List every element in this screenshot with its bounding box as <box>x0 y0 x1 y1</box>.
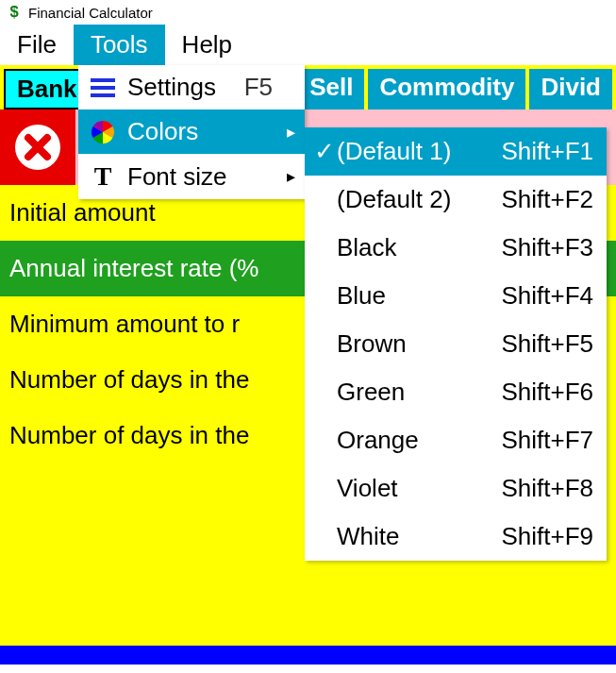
color-option[interactable]: BrownShift+F5 <box>305 320 607 368</box>
color-option[interactable]: GreenShift+F6 <box>305 368 607 416</box>
color-option-shortcut: Shift+F3 <box>501 233 593 262</box>
tab-commodity[interactable]: Commodity <box>368 69 525 109</box>
color-option-shortcut: Shift+F1 <box>501 137 593 166</box>
color-wheel-icon <box>88 119 118 145</box>
color-option-label: (Default 1) <box>337 137 501 166</box>
tab-dividend[interactable]: Divid <box>529 69 612 109</box>
close-button[interactable] <box>0 109 75 185</box>
font-size-icon: T <box>88 161 118 192</box>
app-dollar-icon: $ <box>6 4 23 21</box>
tools-fontsize-label: Font size <box>127 162 273 192</box>
color-option-shortcut: Shift+F9 <box>501 522 593 551</box>
submenu-arrow-icon: ▸ <box>282 166 295 187</box>
color-option-label: Green <box>337 378 501 407</box>
window-title: Financial Calculator <box>28 5 153 21</box>
submenu-arrow-icon: ▸ <box>282 122 295 143</box>
color-option[interactable]: VioletShift+F8 <box>305 464 607 513</box>
color-option-shortcut: Shift+F4 <box>501 281 593 311</box>
color-option-shortcut: Shift+F2 <box>501 185 593 214</box>
color-option-shortcut: Shift+F6 <box>501 378 593 407</box>
tools-colors[interactable]: Colors ▸ <box>78 109 305 154</box>
color-option-shortcut: Shift+F5 <box>501 329 593 359</box>
color-option-label: Brown <box>337 329 501 359</box>
color-option[interactable]: BlueShift+F4 <box>305 272 607 320</box>
color-option-label: Orange <box>337 426 501 455</box>
color-option-label: White <box>337 522 501 551</box>
bottom-bar <box>0 646 616 665</box>
menubar: File Tools Help <box>0 25 616 65</box>
tools-settings-label: Settings <box>127 73 235 102</box>
color-option-label: Black <box>337 233 501 262</box>
tools-colors-label: Colors <box>127 117 273 146</box>
color-option-shortcut: Shift+F7 <box>501 426 593 455</box>
tools-settings-shortcut: F5 <box>244 73 273 102</box>
hamburger-icon <box>88 76 118 99</box>
menu-help[interactable]: Help <box>165 25 249 65</box>
color-option[interactable]: BlackShift+F3 <box>305 224 607 272</box>
colors-submenu: ✓(Default 1)Shift+F1(Default 2)Shift+F2B… <box>305 127 607 561</box>
color-option-label: Blue <box>337 281 501 311</box>
window-titlebar: $ Financial Calculator <box>0 0 616 25</box>
check-icon: ✓ <box>312 137 337 166</box>
content-area: Bank d Sell Commodity Divid Initial amou… <box>0 65 616 665</box>
color-option[interactable]: OrangeShift+F7 <box>305 416 607 464</box>
color-option-shortcut: Shift+F8 <box>501 474 593 503</box>
menu-tools[interactable]: Tools <box>74 25 165 65</box>
tools-fontsize[interactable]: T Font size ▸ <box>78 154 305 199</box>
color-option[interactable]: WhiteShift+F9 <box>305 513 607 561</box>
color-option-label: (Default 2) <box>337 185 501 214</box>
tab-bank[interactable]: Bank <box>4 69 91 109</box>
color-option[interactable]: (Default 2)Shift+F2 <box>305 176 607 224</box>
svg-text:$: $ <box>9 4 18 20</box>
color-option[interactable]: ✓(Default 1)Shift+F1 <box>305 127 607 176</box>
menu-file[interactable]: File <box>0 25 74 65</box>
tools-dropdown: Settings F5 Colors ▸ T Font size <box>78 65 305 199</box>
color-option-label: Violet <box>337 474 501 503</box>
close-icon <box>11 121 64 174</box>
tools-settings[interactable]: Settings F5 <box>78 65 305 109</box>
